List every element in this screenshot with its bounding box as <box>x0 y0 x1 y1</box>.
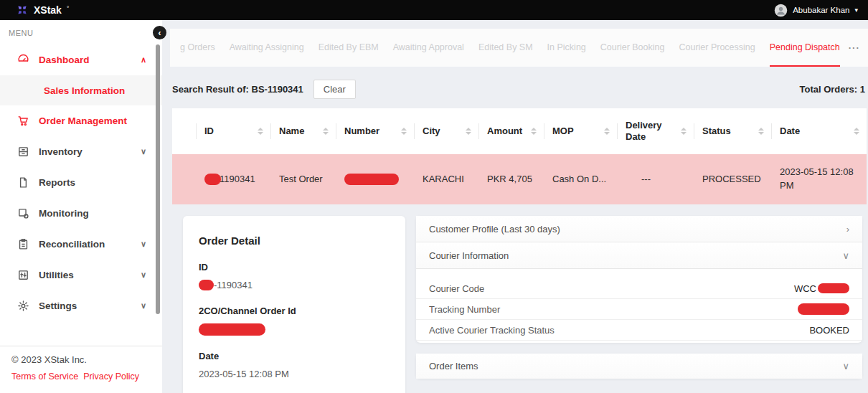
sidebar-footer: © 2023 XStak Inc. Terms of Service Priva… <box>0 346 162 393</box>
sort-icon[interactable] <box>600 128 610 135</box>
column-header-delivery-date: Delivery Date <box>617 108 694 154</box>
tab-edited-by-ebm[interactable]: Edited By EBM <box>319 29 379 67</box>
tab-courier-booking[interactable]: Courier Booking <box>600 29 665 67</box>
brand-logo: XStak ° <box>16 4 69 16</box>
redaction-blob <box>199 280 214 290</box>
xstak-logo-icon <box>16 4 29 16</box>
order-detail-card: Order Detail ID -1190341 2CO/Channel Ord… <box>183 216 405 393</box>
tab-pending-orders[interactable]: g Orders <box>180 29 215 67</box>
app-window: XStak ° Abubakar Khan ▾ MENU Dashboard ∧ <box>0 0 868 393</box>
chevron-right-icon: › <box>846 224 849 235</box>
sort-icon[interactable] <box>754 128 764 135</box>
search-result-text: Search Result of: BS-1190341 <box>172 84 303 95</box>
sidebar-subitem-label: Sales Information <box>44 85 125 96</box>
topbar: XStak ° Abubakar Khan ▾ <box>0 0 868 20</box>
tab-edited-by-sm[interactable]: Edited By SM <box>478 29 533 67</box>
sidebar-item-sales-information[interactable]: Sales Information <box>0 75 162 105</box>
sidebar-item-label: Reports <box>39 177 75 188</box>
sidebar-item-inventory[interactable]: Inventory ∨ <box>0 136 162 167</box>
cell-delivery-date: --- <box>617 173 694 186</box>
sidebar-item-reports[interactable]: Reports <box>0 167 162 198</box>
inventory-icon <box>17 146 29 158</box>
cell-name: Test Order <box>270 173 336 186</box>
channel-order-id-value <box>199 323 390 336</box>
redaction-blob <box>344 174 399 185</box>
user-menu[interactable]: Abubakar Khan ▾ <box>774 4 858 17</box>
sidebar-scrollbar[interactable] <box>156 44 160 314</box>
dashboard-icon <box>17 54 29 66</box>
sidebar-item-reconciliation[interactable]: Reconciliation ∨ <box>0 229 162 260</box>
cell-id: 1190341 <box>196 173 270 186</box>
sidebar-item-label: Dashboard <box>39 55 90 65</box>
collapse-left-icon: ‹ <box>159 28 161 38</box>
sidebar-item-label: Utilities <box>39 270 74 280</box>
sort-icon[interactable] <box>397 128 407 135</box>
redaction-blob <box>818 283 849 293</box>
chevron-down-icon: ∨ <box>141 147 146 156</box>
sidebar-item-settings[interactable]: Settings ∨ <box>0 290 162 321</box>
sort-icon[interactable] <box>676 128 687 135</box>
table-header-row: ID Name Number City Amount <box>172 108 867 154</box>
search-result-bar: Search Result of: BS-1190341 Clear Total… <box>172 77 866 101</box>
cell-mop: Cash On D... <box>544 173 617 186</box>
sort-icon[interactable] <box>319 128 329 135</box>
order-table-row[interactable]: 1190341 Test Order KARACHI PKR 4,705 Cas… <box>172 154 867 204</box>
sidebar-item-utilities[interactable]: Utilities ∨ <box>0 260 162 290</box>
cell-date: 2023-05-15 12:08 PM <box>771 166 867 193</box>
courier-info-card: Customer Profile (Last 30 days) › Courie… <box>416 216 862 343</box>
user-caret-down-icon: ▾ <box>854 6 858 14</box>
tracking-status-label: Active Courier Tracking Status <box>429 325 555 336</box>
date-label: Date <box>199 351 390 361</box>
more-tabs-icon[interactable]: ··· <box>849 29 860 67</box>
courier-code-label: Courier Code <box>429 283 484 294</box>
sidebar-item-order-management[interactable]: Order Management <box>0 105 162 136</box>
clipboard-icon <box>17 238 29 250</box>
cell-number <box>336 174 414 185</box>
sidebar-item-label: Order Management <box>39 115 127 126</box>
privacy-policy-link[interactable]: Privacy Policy <box>83 371 139 382</box>
accordion-courier-information[interactable]: Courier Information ∨ <box>416 242 862 269</box>
courier-information-body: Courier Code WCC Tracking Number <box>416 269 862 343</box>
tab-courier-processing[interactable]: Courier Processing <box>679 29 755 67</box>
sidebar-item-dashboard[interactable]: Dashboard ∧ <box>0 44 162 75</box>
tab-awaiting-approval[interactable]: Awaiting Approval <box>393 29 464 67</box>
sidebar-item-monitoring[interactable]: Monitoring <box>0 198 162 229</box>
courier-code-row: Courier Code WCC <box>416 278 862 299</box>
column-header-mop: MOP <box>544 108 617 154</box>
column-header-name: Name <box>270 108 336 154</box>
sort-icon[interactable] <box>849 128 859 135</box>
sort-icon[interactable] <box>253 128 263 135</box>
accordion-customer-profile[interactable]: Customer Profile (Last 30 days) › <box>416 216 862 242</box>
main-content: g Orders Awaiting Assigning Edited By EB… <box>162 20 868 393</box>
brand-name: XStak <box>34 4 62 16</box>
column-header-city: City <box>414 108 478 154</box>
sidebar-item-label: Monitoring <box>39 208 89 219</box>
channel-order-id-label: 2CO/Channel Order Id <box>199 306 390 316</box>
terms-of-service-link[interactable]: Terms of Service <box>11 371 78 382</box>
accordion-order-items[interactable]: Order Items ∨ <box>416 354 862 379</box>
clear-search-button[interactable]: Clear <box>313 80 356 99</box>
brand-trademark: ° <box>67 5 69 11</box>
chevron-up-icon: ∧ <box>141 55 146 65</box>
sort-icon[interactable] <box>461 128 471 135</box>
tab-awaiting-assigning[interactable]: Awaiting Assigning <box>230 29 304 67</box>
tracking-number-value <box>798 303 849 315</box>
order-detail-section: Order Detail ID -1190341 2CO/Channel Ord… <box>183 216 868 393</box>
order-items-card: Order Items ∨ <box>416 354 862 379</box>
avatar-icon <box>774 4 788 17</box>
chevron-down-icon: ∨ <box>141 240 146 249</box>
user-name: Abubakar Khan <box>793 6 849 14</box>
redaction-blob <box>798 303 849 315</box>
date-value: 2023-05-15 12:08 PM <box>199 369 390 379</box>
cell-status: PROCESSED <box>694 173 771 186</box>
sidebar-collapse-button[interactable]: ‹ <box>153 26 166 39</box>
courier-code-value: WCC <box>794 283 849 294</box>
tab-in-picking[interactable]: In Picking <box>547 29 586 67</box>
orders-table: ID Name Number City Amount <box>172 108 867 204</box>
sort-icon[interactable] <box>527 128 537 135</box>
tracking-status-row: Active Courier Tracking Status BOOKED <box>416 320 862 341</box>
column-header-amount: Amount <box>478 108 544 154</box>
sidebar-item-label: Inventory <box>39 146 82 157</box>
tracking-number-label: Tracking Number <box>429 304 500 315</box>
tab-pending-dispatch[interactable]: Pending Dispatch <box>770 29 840 67</box>
